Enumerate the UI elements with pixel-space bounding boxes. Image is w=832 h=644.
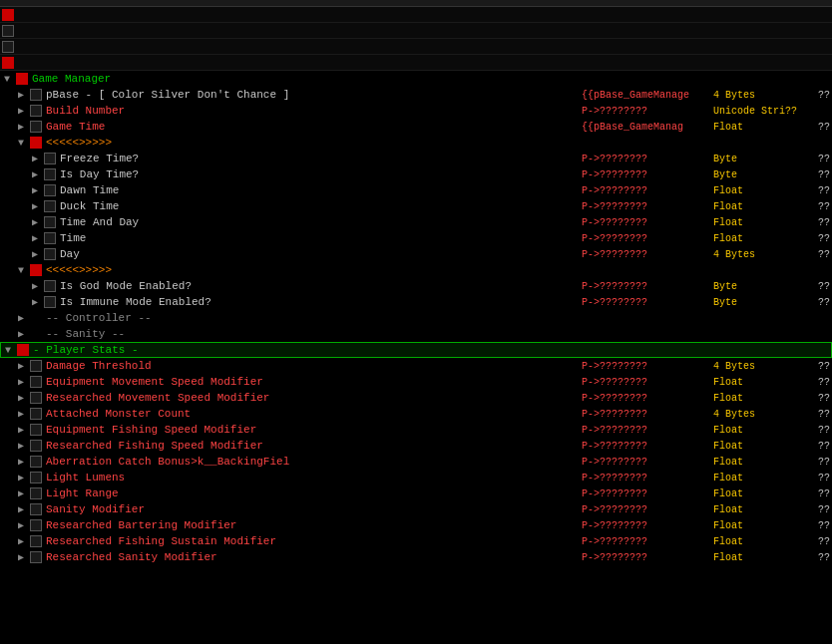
title-bar <box>0 0 832 7</box>
checkbox-time_and_day[interactable] <box>44 216 56 228</box>
checkbox-dusk_time[interactable] <box>44 200 56 212</box>
tree-row-pbase[interactable]: ▶pBase - [ Color Silver Don't Chance ]{{… <box>0 87 832 103</box>
expand-dusk_time[interactable]: ▶ <box>32 200 42 212</box>
tree-row-equip_fish_speed[interactable]: ▶Equipment Fishing Speed ModifierP->????… <box>0 422 832 438</box>
checkbox-time[interactable] <box>44 232 56 244</box>
tree-row-freeze_time[interactable]: ▶Freeze Time?P->????????Byte?? <box>0 151 832 166</box>
tree-row-gm_header[interactable]: ▼Game Manager <box>0 71 832 87</box>
expand-research_sanity[interactable]: ▶ <box>18 551 28 563</box>
checkbox-damage_threshold[interactable] <box>30 360 42 372</box>
tree-row-times_header[interactable]: ▼<<<<<>>>>> <box>0 135 832 151</box>
expand-gm_header[interactable]: ▼ <box>4 74 14 85</box>
checkbox-research_sanity[interactable] <box>30 551 42 563</box>
tree-row-attached_monster[interactable]: ▶Attached Monster CountP->????????4 Byte… <box>0 406 832 422</box>
checkbox-equip_fish_speed[interactable] <box>30 424 42 436</box>
expand-time_and_day[interactable]: ▶ <box>32 216 42 228</box>
expand-research_move_speed[interactable]: ▶ <box>18 392 28 404</box>
checkbox-sanity_modifier[interactable] <box>30 503 42 515</box>
checkbox-research_fishing_sustain[interactable] <box>30 535 42 547</box>
expand-attached_monster[interactable]: ▶ <box>18 408 28 420</box>
tree-row-equip_move_speed[interactable]: ▶Equipment Movement Speed ModifierP->???… <box>0 374 832 390</box>
expand-light_lumens[interactable]: ▶ <box>18 472 28 483</box>
label-godmode_header: <<<<<>>>>> <box>46 264 580 276</box>
expand-time[interactable]: ▶ <box>32 232 42 244</box>
checkbox-freeze_time[interactable] <box>44 153 56 164</box>
tree-row-dawn_time[interactable]: ▶Dawn TimeP->????????Float?? <box>0 182 832 198</box>
tree-row-dusk_time[interactable]: ▶Duck TimeP->????????Float?? <box>0 198 832 214</box>
tree-row-game_time[interactable]: ▶Game Time{{pBase_GameManagFloat?? <box>0 119 832 135</box>
expand-aberration_catch[interactable]: ▶ <box>18 456 28 468</box>
tree-container: ▼Game Manager▶pBase - [ Color Silver Don… <box>0 71 832 565</box>
tree-row-time[interactable]: ▶TimeP->????????Float?? <box>0 230 832 246</box>
checkbox-research_barter[interactable] <box>30 519 42 531</box>
val-research_move_speed: ?? <box>805 393 830 404</box>
expand-times_header[interactable]: ▼ <box>18 138 28 149</box>
checkbox-research_fish_speed[interactable] <box>30 440 42 452</box>
expand-sanity_modifier[interactable]: ▶ <box>18 503 28 515</box>
pointer-row <box>0 55 832 71</box>
tree-row-light_range[interactable]: ▶Light RangeP->????????Float?? <box>0 485 832 501</box>
expand-day[interactable]: ▶ <box>32 248 42 260</box>
expand-research_barter[interactable]: ▶ <box>18 519 28 531</box>
expand-controller[interactable]: ▶ <box>18 312 28 324</box>
tree-row-is_day_time[interactable]: ▶Is Day Time?P->????????Byte?? <box>0 166 832 182</box>
expand-dawn_time[interactable]: ▶ <box>32 184 42 196</box>
checkbox-pbase[interactable] <box>30 89 42 101</box>
checkbox-is_day_time[interactable] <box>44 168 56 180</box>
checkbox-light_lumens[interactable] <box>30 472 42 483</box>
checkbox-research_move_speed[interactable] <box>30 392 42 404</box>
tree-row-sanity[interactable]: ▶-- Sanity -- <box>0 326 832 342</box>
label-dawn_time: Dawn Time <box>60 184 580 196</box>
tree-row-sanity_modifier[interactable]: ▶Sanity ModifierP->????????Float?? <box>0 501 832 517</box>
expand-freeze_time[interactable]: ▶ <box>32 153 42 164</box>
tree-row-research_fishing_sustain[interactable]: ▶Researched Fishing Sustain ModifierP->?… <box>0 533 832 549</box>
label-build_number: Build Number <box>46 105 580 117</box>
checkbox-attached_monster[interactable] <box>30 408 42 420</box>
tree-row-research_sanity[interactable]: ▶Researched Sanity ModifierP->????????Fl… <box>0 549 832 565</box>
expand-build_number[interactable]: ▶ <box>18 105 28 117</box>
label-equip_move_speed: Equipment Movement Speed Modifier <box>46 376 580 388</box>
expand-research_fish_speed[interactable]: ▶ <box>18 440 28 452</box>
tree-row-player_stats[interactable]: ▼- Player Stats - <box>0 342 832 358</box>
checkbox-equip_move_speed[interactable] <box>30 376 42 388</box>
tree-row-research_move_speed[interactable]: ▶Researched Movement Speed ModifierP->??… <box>0 390 832 406</box>
tree-row-build_number[interactable]: ▶Build NumberP->????????Unicode Stri?? <box>0 103 832 119</box>
checkbox-dawn_time[interactable] <box>44 184 56 196</box>
expand-godmode_header[interactable]: ▼ <box>18 265 28 276</box>
tree-row-aberration_catch[interactable]: ▶Aberration Catch Bonus>k__BackingFielP-… <box>0 454 832 470</box>
tree-row-light_lumens[interactable]: ▶Light LumensP->????????Float?? <box>0 470 832 485</box>
expand-is_immune[interactable]: ▶ <box>32 296 42 308</box>
expand-light_range[interactable]: ▶ <box>18 487 28 499</box>
checkbox-is_god_mode[interactable] <box>44 280 56 292</box>
tree-row-controller[interactable]: ▶-- Controller -- <box>0 310 832 326</box>
checkbox-sell[interactable] <box>2 25 14 37</box>
expand-damage_threshold[interactable]: ▶ <box>18 360 28 372</box>
tree-row-time_and_day[interactable]: ▶Time And DayP->????????Float?? <box>0 214 832 230</box>
checkbox-gm[interactable] <box>2 41 14 53</box>
tree-row-is_immune[interactable]: ▶Is Immune Mode Enabled?P->????????Byte?… <box>0 294 832 310</box>
addr-day: P->???????? <box>582 249 711 260</box>
tree-row-research_barter[interactable]: ▶Researched Bartering ModifierP->???????… <box>0 517 832 533</box>
checkbox-day[interactable] <box>44 248 56 260</box>
tree-row-research_fish_speed[interactable]: ▶Researched Fishing Speed ModifierP->???… <box>0 438 832 454</box>
expand-pbase[interactable]: ▶ <box>18 89 28 101</box>
expand-sanity[interactable]: ▶ <box>18 328 28 340</box>
val-time: ?? <box>805 233 830 244</box>
tree-row-day[interactable]: ▶DayP->????????4 Bytes?? <box>0 246 832 262</box>
checkbox-aberration_catch[interactable] <box>30 456 42 468</box>
tree-row-is_god_mode[interactable]: ▶Is God Mode Enabled?P->????????Byte?? <box>0 278 832 294</box>
tree-row-godmode_header[interactable]: ▼<<<<<>>>>> <box>0 262 832 278</box>
expand-equip_fish_speed[interactable]: ▶ <box>18 424 28 436</box>
expand-is_god_mode[interactable]: ▶ <box>32 280 42 292</box>
checkbox-is_immune[interactable] <box>44 296 56 308</box>
checkbox-build_number[interactable] <box>30 105 42 117</box>
checkbox-light_range[interactable] <box>30 487 42 499</box>
expand-player_stats[interactable]: ▼ <box>5 345 15 356</box>
label-time: Time <box>60 232 580 244</box>
expand-game_time[interactable]: ▶ <box>18 121 28 133</box>
expand-research_fishing_sustain[interactable]: ▶ <box>18 535 28 547</box>
checkbox-game_time[interactable] <box>30 121 42 133</box>
expand-is_day_time[interactable]: ▶ <box>32 168 42 180</box>
tree-row-damage_threshold[interactable]: ▶Damage ThresholdP->????????4 Bytes?? <box>0 358 832 374</box>
expand-equip_move_speed[interactable]: ▶ <box>18 376 28 388</box>
